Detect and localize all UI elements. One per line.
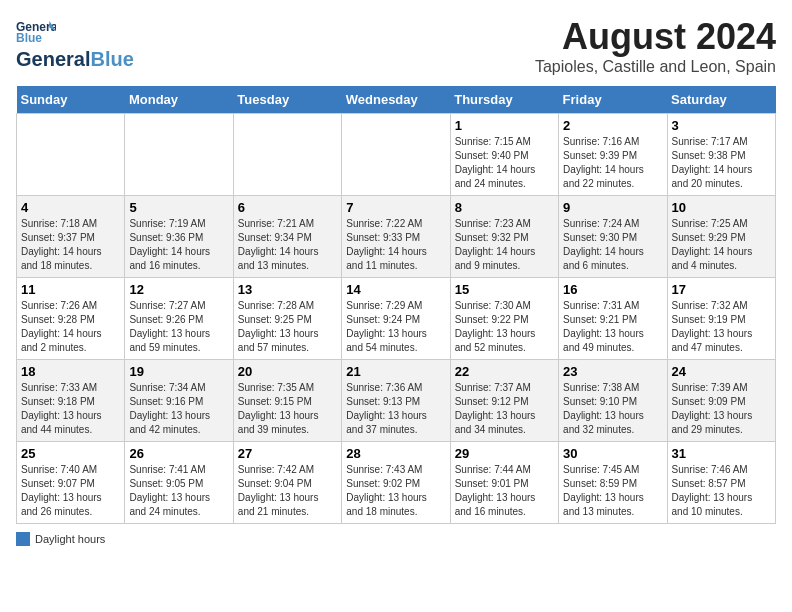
day-number: 9 — [563, 200, 662, 215]
day-number: 22 — [455, 364, 554, 379]
weekday-header-cell: Saturday — [667, 86, 775, 114]
calendar-cell: 31Sunrise: 7:46 AM Sunset: 8:57 PM Dayli… — [667, 442, 775, 524]
day-number: 23 — [563, 364, 662, 379]
day-detail: Sunrise: 7:38 AM Sunset: 9:10 PM Dayligh… — [563, 381, 662, 437]
calendar-cell — [17, 114, 125, 196]
day-detail: Sunrise: 7:44 AM Sunset: 9:01 PM Dayligh… — [455, 463, 554, 519]
day-number: 17 — [672, 282, 771, 297]
day-detail: Sunrise: 7:39 AM Sunset: 9:09 PM Dayligh… — [672, 381, 771, 437]
day-detail: Sunrise: 7:21 AM Sunset: 9:34 PM Dayligh… — [238, 217, 337, 273]
day-detail: Sunrise: 7:24 AM Sunset: 9:30 PM Dayligh… — [563, 217, 662, 273]
day-detail: Sunrise: 7:37 AM Sunset: 9:12 PM Dayligh… — [455, 381, 554, 437]
calendar-cell: 8Sunrise: 7:23 AM Sunset: 9:32 PM Daylig… — [450, 196, 558, 278]
calendar-cell: 23Sunrise: 7:38 AM Sunset: 9:10 PM Dayli… — [559, 360, 667, 442]
weekday-header-cell: Wednesday — [342, 86, 450, 114]
calendar-week-row: 4Sunrise: 7:18 AM Sunset: 9:37 PM Daylig… — [17, 196, 776, 278]
calendar-body: 1Sunrise: 7:15 AM Sunset: 9:40 PM Daylig… — [17, 114, 776, 524]
day-detail: Sunrise: 7:15 AM Sunset: 9:40 PM Dayligh… — [455, 135, 554, 191]
calendar-cell — [233, 114, 341, 196]
day-number: 6 — [238, 200, 337, 215]
calendar-cell: 17Sunrise: 7:32 AM Sunset: 9:19 PM Dayli… — [667, 278, 775, 360]
day-detail: Sunrise: 7:32 AM Sunset: 9:19 PM Dayligh… — [672, 299, 771, 355]
calendar-cell: 30Sunrise: 7:45 AM Sunset: 8:59 PM Dayli… — [559, 442, 667, 524]
day-number: 2 — [563, 118, 662, 133]
day-number: 29 — [455, 446, 554, 461]
main-title: August 2024 — [535, 16, 776, 58]
day-number: 21 — [346, 364, 445, 379]
calendar-cell: 19Sunrise: 7:34 AM Sunset: 9:16 PM Dayli… — [125, 360, 233, 442]
day-detail: Sunrise: 7:33 AM Sunset: 9:18 PM Dayligh… — [21, 381, 120, 437]
title-area: August 2024 Tapioles, Castille and Leon,… — [535, 16, 776, 76]
day-detail: Sunrise: 7:27 AM Sunset: 9:26 PM Dayligh… — [129, 299, 228, 355]
day-detail: Sunrise: 7:17 AM Sunset: 9:38 PM Dayligh… — [672, 135, 771, 191]
day-detail: Sunrise: 7:25 AM Sunset: 9:29 PM Dayligh… — [672, 217, 771, 273]
weekday-header-cell: Friday — [559, 86, 667, 114]
calendar-cell: 13Sunrise: 7:28 AM Sunset: 9:25 PM Dayli… — [233, 278, 341, 360]
calendar-cell: 25Sunrise: 7:40 AM Sunset: 9:07 PM Dayli… — [17, 442, 125, 524]
svg-text:Blue: Blue — [16, 31, 42, 45]
day-number: 24 — [672, 364, 771, 379]
day-detail: Sunrise: 7:22 AM Sunset: 9:33 PM Dayligh… — [346, 217, 445, 273]
day-detail: Sunrise: 7:45 AM Sunset: 8:59 PM Dayligh… — [563, 463, 662, 519]
day-number: 1 — [455, 118, 554, 133]
header: General Blue GeneralBlue August 2024 Tap… — [16, 16, 776, 76]
day-number: 28 — [346, 446, 445, 461]
calendar-cell: 24Sunrise: 7:39 AM Sunset: 9:09 PM Dayli… — [667, 360, 775, 442]
calendar-cell: 6Sunrise: 7:21 AM Sunset: 9:34 PM Daylig… — [233, 196, 341, 278]
day-detail: Sunrise: 7:31 AM Sunset: 9:21 PM Dayligh… — [563, 299, 662, 355]
day-number: 25 — [21, 446, 120, 461]
calendar-week-row: 25Sunrise: 7:40 AM Sunset: 9:07 PM Dayli… — [17, 442, 776, 524]
footer: Daylight hours — [16, 532, 776, 546]
calendar-week-row: 1Sunrise: 7:15 AM Sunset: 9:40 PM Daylig… — [17, 114, 776, 196]
day-detail: Sunrise: 7:42 AM Sunset: 9:04 PM Dayligh… — [238, 463, 337, 519]
calendar-cell: 14Sunrise: 7:29 AM Sunset: 9:24 PM Dayli… — [342, 278, 450, 360]
day-detail: Sunrise: 7:30 AM Sunset: 9:22 PM Dayligh… — [455, 299, 554, 355]
day-number: 20 — [238, 364, 337, 379]
calendar-cell: 27Sunrise: 7:42 AM Sunset: 9:04 PM Dayli… — [233, 442, 341, 524]
day-detail: Sunrise: 7:41 AM Sunset: 9:05 PM Dayligh… — [129, 463, 228, 519]
calendar-week-row: 18Sunrise: 7:33 AM Sunset: 9:18 PM Dayli… — [17, 360, 776, 442]
calendar-cell — [125, 114, 233, 196]
day-detail: Sunrise: 7:43 AM Sunset: 9:02 PM Dayligh… — [346, 463, 445, 519]
day-detail: Sunrise: 7:36 AM Sunset: 9:13 PM Dayligh… — [346, 381, 445, 437]
day-number: 27 — [238, 446, 337, 461]
day-number: 19 — [129, 364, 228, 379]
day-number: 12 — [129, 282, 228, 297]
logo-general: General — [16, 48, 90, 71]
calendar-cell: 5Sunrise: 7:19 AM Sunset: 9:36 PM Daylig… — [125, 196, 233, 278]
day-number: 10 — [672, 200, 771, 215]
calendar-cell: 22Sunrise: 7:37 AM Sunset: 9:12 PM Dayli… — [450, 360, 558, 442]
day-detail: Sunrise: 7:29 AM Sunset: 9:24 PM Dayligh… — [346, 299, 445, 355]
day-detail: Sunrise: 7:34 AM Sunset: 9:16 PM Dayligh… — [129, 381, 228, 437]
calendar-cell: 10Sunrise: 7:25 AM Sunset: 9:29 PM Dayli… — [667, 196, 775, 278]
weekday-header-cell: Monday — [125, 86, 233, 114]
calendar-cell: 21Sunrise: 7:36 AM Sunset: 9:13 PM Dayli… — [342, 360, 450, 442]
day-detail: Sunrise: 7:23 AM Sunset: 9:32 PM Dayligh… — [455, 217, 554, 273]
day-number: 18 — [21, 364, 120, 379]
calendar-cell: 2Sunrise: 7:16 AM Sunset: 9:39 PM Daylig… — [559, 114, 667, 196]
weekday-header-cell: Tuesday — [233, 86, 341, 114]
calendar-cell: 18Sunrise: 7:33 AM Sunset: 9:18 PM Dayli… — [17, 360, 125, 442]
day-number: 7 — [346, 200, 445, 215]
calendar-table: SundayMondayTuesdayWednesdayThursdayFrid… — [16, 86, 776, 524]
day-number: 30 — [563, 446, 662, 461]
calendar-cell: 1Sunrise: 7:15 AM Sunset: 9:40 PM Daylig… — [450, 114, 558, 196]
calendar-week-row: 11Sunrise: 7:26 AM Sunset: 9:28 PM Dayli… — [17, 278, 776, 360]
logo: General Blue GeneralBlue — [16, 16, 134, 71]
day-number: 8 — [455, 200, 554, 215]
day-number: 31 — [672, 446, 771, 461]
calendar-cell: 3Sunrise: 7:17 AM Sunset: 9:38 PM Daylig… — [667, 114, 775, 196]
day-detail: Sunrise: 7:18 AM Sunset: 9:37 PM Dayligh… — [21, 217, 120, 273]
logo-svg: General Blue — [16, 16, 56, 46]
day-detail: Sunrise: 7:19 AM Sunset: 9:36 PM Dayligh… — [129, 217, 228, 273]
calendar-cell: 20Sunrise: 7:35 AM Sunset: 9:15 PM Dayli… — [233, 360, 341, 442]
day-detail: Sunrise: 7:28 AM Sunset: 9:25 PM Dayligh… — [238, 299, 337, 355]
weekday-header-row: SundayMondayTuesdayWednesdayThursdayFrid… — [17, 86, 776, 114]
calendar-cell: 9Sunrise: 7:24 AM Sunset: 9:30 PM Daylig… — [559, 196, 667, 278]
logo-blue: Blue — [90, 48, 133, 71]
calendar-cell: 16Sunrise: 7:31 AM Sunset: 9:21 PM Dayli… — [559, 278, 667, 360]
day-number: 15 — [455, 282, 554, 297]
day-number: 13 — [238, 282, 337, 297]
calendar-cell: 28Sunrise: 7:43 AM Sunset: 9:02 PM Dayli… — [342, 442, 450, 524]
calendar-cell: 29Sunrise: 7:44 AM Sunset: 9:01 PM Dayli… — [450, 442, 558, 524]
